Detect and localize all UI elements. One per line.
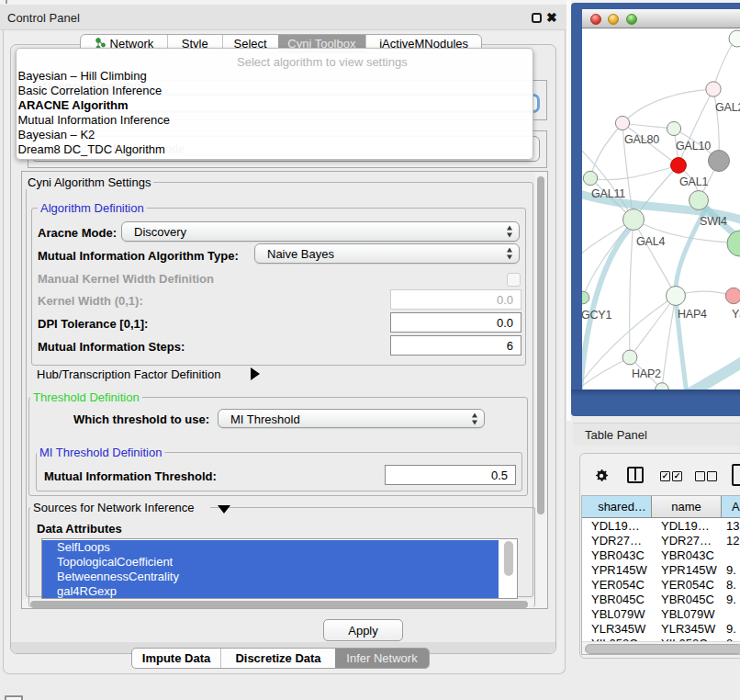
svg-text:GAL11: GAL11 bbox=[591, 187, 625, 200]
svg-text:GAL2: GAL2 bbox=[715, 101, 740, 114]
svg-text:YJ: YJ bbox=[732, 308, 740, 321]
svg-text:GAL1: GAL1 bbox=[679, 175, 708, 188]
svg-text:GAL4: GAL4 bbox=[636, 235, 665, 248]
svg-text:GCY1: GCY1 bbox=[582, 309, 611, 322]
svg-text:GAL10: GAL10 bbox=[676, 140, 711, 152]
svg-text:GAL80: GAL80 bbox=[624, 133, 659, 146]
svg-text:HAP2: HAP2 bbox=[632, 367, 661, 380]
svg-text:SWI4: SWI4 bbox=[700, 215, 727, 228]
svg-text:HAP4: HAP4 bbox=[678, 308, 707, 321]
